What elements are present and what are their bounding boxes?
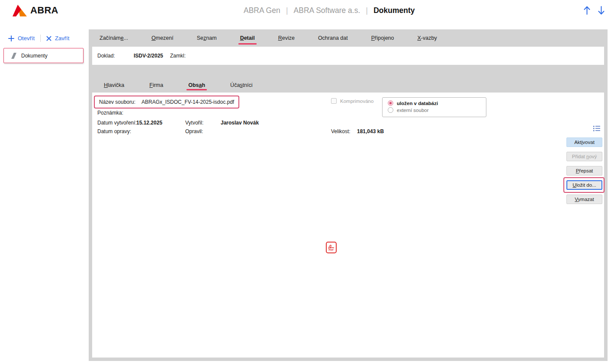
prepsat-button[interactable]: Přepsat [566,166,602,176]
header-titles: ABRA Gen | ABRA Software a.s. | Dokument… [244,0,415,21]
plus-icon [8,35,14,42]
arrow-up-icon[interactable] [583,5,591,16]
toolbar-divider [40,35,41,42]
radio-off-icon[interactable] [388,107,393,113]
document-module-icon [10,53,16,59]
record-bar: Doklad: ISDV-2/2025 Zamkl: [92,47,604,65]
abra-logo-icon [12,4,27,17]
list-menu-icon[interactable] [593,125,601,134]
annotation-file-name: Název souboru: ABRAGx_ISDOC_FV-14-2025-i… [94,96,239,109]
pdf-icon-label: PDF [328,249,334,251]
close-button[interactable]: Zavřít [46,35,69,42]
close-button-label: Zavřít [55,35,69,42]
zamkl-label: Zamkl: [170,53,186,59]
compressed-label: Komprimováno [340,99,373,104]
created-date-value: 15.12.2025 [136,120,162,126]
file-name-value: ABRAGx_ISDOC_FV-14-2025-isdoc.pdf [141,99,234,105]
tab-firma[interactable]: Firma [148,78,164,93]
ulozit-do-button[interactable]: Uložit do... [566,180,602,190]
doklad-label: Doklad: [97,53,134,59]
main-panel: Začínáme... Omezení Seznam Detail Revize… [89,29,608,361]
modified-date-label: Datum opravy: [97,128,131,134]
company-name: ABRA Software a.s. [294,6,360,15]
created-by-value: Jaroslav Novák [221,120,259,126]
abra-logo: ABRA [12,4,58,17]
file-name-label: Název souboru: [99,99,135,105]
arrow-down-icon[interactable] [598,5,605,16]
size-label: Velikost: [331,128,351,134]
created-by-label: Vytvořil: [185,120,203,126]
tab-seznam[interactable]: Seznam [196,29,218,47]
open-button[interactable]: Otevřít [8,35,35,42]
radio-external-label: externí soubor [397,108,429,113]
open-button-label: Otevřít [18,35,35,42]
close-icon [46,36,51,41]
radio-external-file[interactable]: externí soubor [388,107,486,113]
window-title: Dokumenty [373,6,415,15]
app-header: ABRA ABRA Gen | ABRA Software a.s. | Dok… [0,0,611,21]
modified-by-label: Opravil: [185,128,203,134]
size-value: 181,043 kB [357,128,384,134]
vymazat-button[interactable]: Vymazat [566,195,602,204]
aktivovat-button[interactable]: Aktivovat [566,137,602,147]
created-date-label: Datum vytvoření: [97,120,137,126]
tab-zaciname[interactable]: Začínáme... [99,29,129,47]
note-label: Poznámka: [97,110,123,116]
record-nav-arrows [583,0,605,21]
main-tab-strip: Začínáme... Omezení Seznam Detail Revize… [89,29,608,47]
tab-omezeni[interactable]: Omezení [151,29,174,47]
sidebar-item-label: Dokumenty [21,53,48,59]
sub-tab-strip: Hlavička Firma Obsah Účastníci [89,78,608,93]
tab-hlavicka[interactable]: Hlavička [103,78,125,93]
tab-x-vazby[interactable]: X-vazby [417,29,438,47]
abra-gen-window: ABRA ABRA Gen | ABRA Software a.s. | Dok… [0,0,611,364]
logo-text: ABRA [30,5,58,16]
doklad-value: ISDV-2/2025 [134,53,169,59]
compressed-checkbox[interactable] [331,98,337,104]
pridat-novy-button[interactable]: Přidat nový [566,152,602,161]
sidebar-toolbar: Otevřít Zavřít [8,35,69,42]
title-separator: | [286,6,288,15]
radio-on-icon[interactable] [388,100,393,106]
radio-stored-label: uložen v databázi [397,101,438,106]
app-name: ABRA Gen [244,6,280,15]
tab-detail[interactable]: Detail [239,29,256,47]
storage-group: uložen v databázi externí soubor [382,97,486,117]
tab-obsah[interactable]: Obsah [187,78,206,93]
tab-ucastnici[interactable]: Účastníci [229,78,253,93]
tab-pripojeno[interactable]: Připojeno [370,29,395,47]
tab-ochrana-dat[interactable]: Ochrana dat [317,29,349,47]
pdf-file-icon[interactable]: PDF [326,242,337,253]
obsah-content: Název souboru: ABRAGx_ISDOC_FV-14-2025-i… [92,93,604,358]
radio-stored-in-database[interactable]: uložen v databázi [388,100,486,106]
tab-revize[interactable]: Revize [277,29,296,47]
title-separator: | [366,6,368,15]
compressed-checkbox-row: Komprimováno [331,98,373,104]
sidebar-item-dokumenty[interactable]: Dokumenty [3,48,84,63]
